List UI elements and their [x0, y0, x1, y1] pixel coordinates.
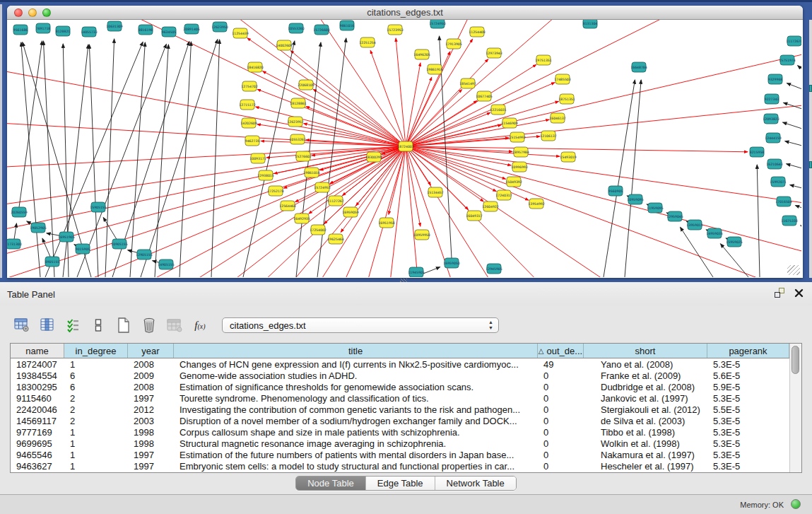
graph-node[interactable]: 18300295	[365, 152, 382, 162]
graph-node[interactable]: 11254408	[469, 27, 485, 37]
rows-icon[interactable]	[88, 315, 109, 336]
graph-node[interactable]: 17252178	[267, 186, 283, 196]
table-cell[interactable]: 1	[64, 427, 128, 438]
graph-node[interactable]: 17485503	[554, 74, 570, 84]
window-resize-grip[interactable]	[787, 265, 800, 275]
graph-node[interactable]: 15154992	[509, 132, 525, 142]
graph-node[interactable]: 20891406	[183, 24, 199, 34]
table-row[interactable]: 969969511998Structural magnetic resonanc…	[11, 438, 789, 449]
graph-node[interactable]: 10553267	[289, 134, 305, 144]
graph-node[interactable]: 11546909	[501, 118, 517, 128]
delete-table-icon[interactable]	[139, 315, 160, 336]
graph-node[interactable]: 10959095	[627, 194, 643, 204]
table-cell[interactable]: Wolkin et al. (1998)	[584, 438, 707, 449]
graph-node[interactable]: 10093171	[249, 153, 266, 163]
graph-node[interactable]: 18541497	[459, 78, 476, 88]
show-columns-icon[interactable]	[37, 315, 58, 336]
graph-node[interactable]: 12623957	[287, 117, 303, 127]
table-cell[interactable]: Nakamura et al. (1997)	[584, 450, 707, 460]
graph-node[interactable]: 17016504	[775, 197, 792, 206]
graph-node[interactable]: 17240317	[495, 190, 512, 200]
table-cell[interactable]: 5.3E-5	[707, 427, 789, 438]
column-header-in_degree[interactable]: in_degree	[64, 344, 128, 358]
graph-node[interactable]: 14002609	[276, 40, 292, 50]
graph-node[interactable]: 12093823	[763, 114, 779, 124]
graph-node[interactable]: 15723953	[387, 25, 403, 35]
table-cell[interactable]: 2	[64, 416, 128, 426]
table-cell[interactable]: 2	[64, 393, 128, 404]
graph-node[interactable]: 9015905	[76, 244, 90, 254]
graph-node[interactable]: 10905155	[111, 239, 127, 249]
graph-node[interactable]: 16959059	[342, 207, 358, 217]
table-row[interactable]: 946554611997Estimation of the future num…	[11, 449, 789, 460]
graph-node[interactable]: 15724950	[429, 20, 445, 28]
table-cell[interactable]: Stergiakouli et al. (2012)	[584, 404, 707, 415]
graph-node[interactable]: 11945905	[408, 267, 424, 277]
close-button[interactable]	[14, 8, 23, 17]
network-canvas[interactable]: 1872400718416820127547021271517214202609…	[7, 20, 803, 277]
graph-node[interactable]: 16951905	[58, 232, 74, 242]
table-cell[interactable]: 2012	[128, 404, 174, 415]
column-header-out_de[interactable]: △out_de...	[538, 344, 584, 358]
table-cell[interactable]: 0	[538, 461, 584, 472]
table-cell[interactable]: 1997	[128, 393, 174, 404]
table-cell[interactable]: 2	[64, 404, 128, 415]
graph-node[interactable]: 16046137	[549, 113, 565, 123]
graph-node[interactable]: 18957984	[512, 147, 529, 157]
graph-node[interactable]: 15905155	[90, 202, 106, 212]
table-cell[interactable]: 0	[538, 393, 584, 404]
function-builder-icon[interactable]: f(x)	[189, 315, 211, 336]
graph-node[interactable]: 10959958	[413, 230, 430, 240]
graph-node[interactable]: 12959045	[666, 211, 683, 221]
table-cell[interactable]: 9699695	[11, 438, 64, 449]
graph-node[interactable]: 15276602	[295, 151, 311, 161]
table-cell[interactable]: 5.6E-5	[707, 370, 789, 381]
table-cell[interactable]: Corpus callosum shape and size in male p…	[174, 427, 538, 438]
table-cell[interactable]: 19384554	[11, 370, 64, 381]
table-cell[interactable]: 18300295	[11, 382, 64, 392]
graph-node[interactable]: 16648784	[630, 62, 647, 72]
table-cell[interactable]: Franke et al. (2009)	[584, 370, 707, 381]
table-cell[interactable]: 5.3E-5	[707, 450, 789, 460]
graph-node[interactable]: 9560905	[608, 186, 623, 196]
graph-node[interactable]: 19625464	[327, 234, 343, 244]
table-cell[interactable]: Hescheler et al. (1997)	[584, 461, 707, 472]
graph-node[interactable]: 8128821	[56, 26, 71, 36]
graph-node[interactable]: 8215958	[750, 147, 765, 157]
table-cell[interactable]: 9777169	[11, 427, 64, 438]
graph-node[interactable]: 15134457	[427, 187, 443, 197]
graph-node[interactable]: 12564464	[279, 201, 295, 211]
graph-node[interactable]: 12106137	[540, 131, 556, 141]
graph-node[interactable]: 12216031	[490, 105, 506, 115]
graph-node[interactable]: 12444159	[765, 133, 781, 143]
table-cell[interactable]: de Silva et al. (2003)	[584, 416, 707, 426]
table-scrollbar-thumb[interactable]	[792, 346, 799, 374]
import-table-icon[interactable]	[164, 315, 185, 336]
graph-node[interactable]: 15751974	[779, 55, 795, 65]
table-cell[interactable]: 22420046	[11, 404, 64, 415]
table-cell[interactable]: 6	[64, 370, 128, 381]
table-cell[interactable]: Estimation of significance thresholds fo…	[174, 382, 538, 392]
column-header-year[interactable]: year	[128, 344, 174, 358]
table-row[interactable]: 977716911998Corpus callosum shape and si…	[11, 426, 789, 438]
column-header-name[interactable]: name	[11, 344, 64, 358]
graph-node[interactable]: 8816198	[139, 25, 153, 35]
graph-node[interactable]: 16049317	[466, 211, 482, 221]
graph-node[interactable]: 12604922	[482, 201, 498, 211]
table-cell[interactable]: Changes of HCN gene expression and I(f) …	[174, 359, 538, 370]
graph-node[interactable]: 12715172	[239, 100, 255, 110]
table-cell[interactable]: Dudbridge et al. (2008)	[584, 382, 707, 392]
graph-node[interactable]: 12623950	[211, 22, 228, 32]
table-cell[interactable]: 5.3E-5	[707, 393, 789, 404]
graph-node[interactable]: 15724953	[314, 182, 330, 192]
table-cell[interactable]: 49	[538, 359, 584, 370]
table-row[interactable]: 1830029562008Estimation of significance …	[11, 381, 789, 392]
graph-node[interactable]: 20260559	[11, 207, 27, 217]
graph-node[interactable]: 18416820	[247, 62, 263, 72]
graph-node[interactable]: 9634505	[162, 27, 177, 37]
graph-node[interactable]: 16492935	[293, 214, 310, 223]
graph-node[interactable]: 17254002	[310, 225, 326, 235]
table-cell[interactable]: 5.5E-5	[707, 404, 789, 415]
table-select[interactable]: citations_edges.txt ▲▼	[222, 317, 499, 333]
table-cell[interactable]: 1	[64, 438, 128, 449]
